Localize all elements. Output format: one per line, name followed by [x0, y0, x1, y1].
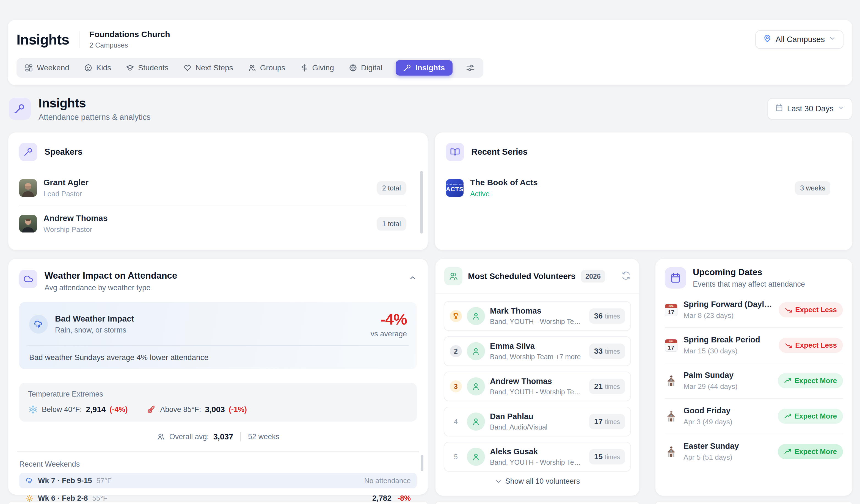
heart-icon — [183, 64, 192, 72]
event-name: Good Friday — [684, 406, 772, 415]
tab-digital[interactable]: Digital — [349, 63, 383, 72]
date-range-label: Last 30 Days — [787, 104, 834, 113]
speaker-row[interactable]: Andrew Thomas Worship Pastor 1 total — [19, 206, 417, 241]
scrollbar-thumb[interactable] — [421, 455, 424, 471]
church-icon — [665, 374, 677, 387]
cold-label: Below 40°F: — [42, 405, 82, 414]
calendar-icon — [665, 267, 686, 288]
impact-value: -4% — [371, 310, 407, 328]
speaker-row[interactable]: Grant Agler Lead Pastor 2 total — [19, 171, 417, 206]
refresh-button[interactable] — [622, 271, 630, 281]
volunteers-card: Most Scheduled Volunteers 2026 Mark Thom… — [435, 259, 639, 496]
weekend-label: Wk 7 · Feb 9-15 — [38, 476, 92, 485]
date-range-button[interactable]: Last 30 Days — [768, 98, 852, 120]
divider — [17, 451, 419, 452]
volunteer-row[interactable]: 2 Emma Silva Band, Worship Team +7 more … — [444, 336, 631, 366]
app-title: Insights — [16, 31, 69, 48]
series-duration-badge: 3 weeks — [795, 181, 830, 195]
temperature-extremes-title: Temperature Extremes — [28, 390, 408, 399]
microphone-icon — [19, 143, 38, 161]
scrollbar-thumb[interactable] — [420, 171, 423, 234]
divider — [240, 432, 241, 441]
users-icon — [157, 432, 165, 441]
tab-students[interactable]: Students — [126, 63, 169, 72]
tab-weekend[interactable]: Weekend — [25, 63, 69, 72]
church-icon — [665, 410, 677, 423]
cloud-icon — [19, 270, 38, 288]
speaker-total-badge: 2 total — [377, 181, 406, 195]
microphone-icon — [403, 64, 412, 72]
org-name: Foundations Church — [89, 30, 170, 39]
rank-badge: 2 — [450, 345, 462, 357]
times-badge: 33times — [589, 343, 625, 359]
divider — [28, 345, 408, 346]
weekend-row[interactable]: Wk 7 · Feb 9-15 57°F No attendance — [19, 473, 417, 488]
event-name: Spring Forward (Daylight ... — [684, 300, 773, 309]
collapse-button[interactable] — [408, 270, 417, 283]
speakers-card-title: Speakers — [45, 147, 83, 157]
speaker-total-badge: 1 total — [377, 217, 406, 231]
series-row[interactable]: OUR ORIGIN STORY ACTS The Book of Acts A… — [446, 171, 841, 206]
bad-weather-impact-panel: Bad Weather Impact Rain, snow, or storms… — [19, 302, 417, 369]
baby-face-icon — [84, 64, 92, 72]
weekend-note: No attendance — [364, 476, 411, 485]
upcoming-date-row[interactable]: Palm Sunday Mar 29 (44 days) Expect More — [665, 363, 843, 398]
tab-next-steps[interactable]: Next Steps — [183, 63, 233, 72]
tab-insights[interactable]: Insights — [396, 60, 453, 76]
volunteer-teams: Band, Audio/Visual — [490, 423, 584, 431]
weekend-delta: -8% — [398, 494, 411, 503]
volunteer-teams: Band, YOUTH - Worship Team ... — [490, 318, 584, 326]
chevron-down-icon — [837, 104, 845, 113]
refresh-icon — [622, 271, 630, 280]
rank-badge: 4 — [450, 416, 462, 428]
dollar-icon — [300, 64, 309, 72]
times-badge: 21times — [589, 379, 625, 394]
volunteer-teams: Band, Worship Team +7 more — [490, 353, 584, 361]
impact-title: Bad Weather Impact — [55, 314, 134, 324]
volunteer-row[interactable]: Mark Thomas Band, YOUTH - Worship Team .… — [444, 301, 631, 331]
upcoming-date-row[interactable]: Good Friday Apr 3 (49 days) Expect More — [665, 398, 843, 434]
volunteer-row[interactable]: 5 Aleks Gusak Band, YOUTH - Worship Team… — [444, 442, 631, 472]
impact-vs-label: vs average — [371, 330, 407, 338]
tab-giving[interactable]: Giving — [300, 63, 334, 72]
upcoming-date-row[interactable]: JUL 17 Spring Forward (Daylight ... Mar … — [665, 292, 843, 327]
recent-series-card: Recent Series OUR ORIGIN STORY ACTS The … — [435, 132, 852, 250]
users-icon — [444, 267, 462, 285]
event-date: Mar 15 (30 days) — [684, 347, 773, 355]
insights-section-header: Insights Attendance patterns & analytics… — [9, 95, 852, 122]
campus-selector-button[interactable]: All Campuses — [755, 30, 844, 49]
person-avatar-icon — [467, 307, 485, 325]
tab-kids[interactable]: Kids — [84, 63, 111, 72]
trending-down-icon — [785, 306, 792, 314]
event-date: Mar 29 (44 days) — [684, 382, 772, 391]
app-header: Insights Foundations Church 2 Campuses A… — [8, 20, 852, 85]
tab-groups[interactable]: Groups — [248, 63, 285, 72]
event-date: Apr 5 (51 days) — [684, 453, 772, 462]
upcoming-date-row[interactable]: JUL 17 Spring Break Period Mar 15 (30 da… — [665, 327, 843, 363]
impact-note: Bad weather Sundays average 4% lower att… — [29, 353, 407, 362]
rank-badge: 3 — [450, 380, 462, 392]
volunteer-row[interactable]: 4 Dan Pahlau Band, Audio/Visual 17times — [444, 407, 631, 436]
overall-weeks: 52 weeks — [248, 432, 280, 441]
header-top: Insights Foundations Church 2 Campuses A… — [16, 30, 844, 49]
event-name: Palm Sunday — [684, 371, 772, 380]
weekend-label: Wk 6 · Feb 2-8 — [38, 494, 88, 503]
recent-series-title: Recent Series — [471, 147, 528, 157]
event-date: Mar 8 (23 days) — [684, 311, 773, 320]
times-badge: 17times — [589, 414, 625, 429]
expect-more-badge: Expect More — [778, 373, 843, 388]
upcoming-date-row[interactable]: Easter Sunday Apr 5 (51 days) Expect Mor… — [665, 434, 843, 469]
volunteer-name: Emma Silva — [490, 342, 584, 351]
volunteer-row[interactable]: 3 Andrew Thomas Band, YOUTH - Worship Te… — [444, 372, 631, 401]
speaker-name: Andrew Thomas — [43, 213, 108, 223]
hot-label: Above 85°F: — [160, 405, 201, 414]
rank-badge: 5 — [450, 451, 462, 463]
speakers-card: Speakers Grant Agler Lead Pastor 2 total — [8, 132, 428, 250]
speaker-avatar — [19, 179, 37, 197]
show-all-volunteers-link[interactable]: Show all 10 volunteers — [444, 477, 631, 486]
view-options-button[interactable] — [466, 63, 475, 73]
event-name: Spring Break Period — [684, 335, 773, 344]
trophy-icon — [450, 310, 462, 322]
rain-cloud-icon — [29, 315, 48, 333]
volunteer-teams: Band, YOUTH - Worship Team ... — [490, 388, 584, 396]
